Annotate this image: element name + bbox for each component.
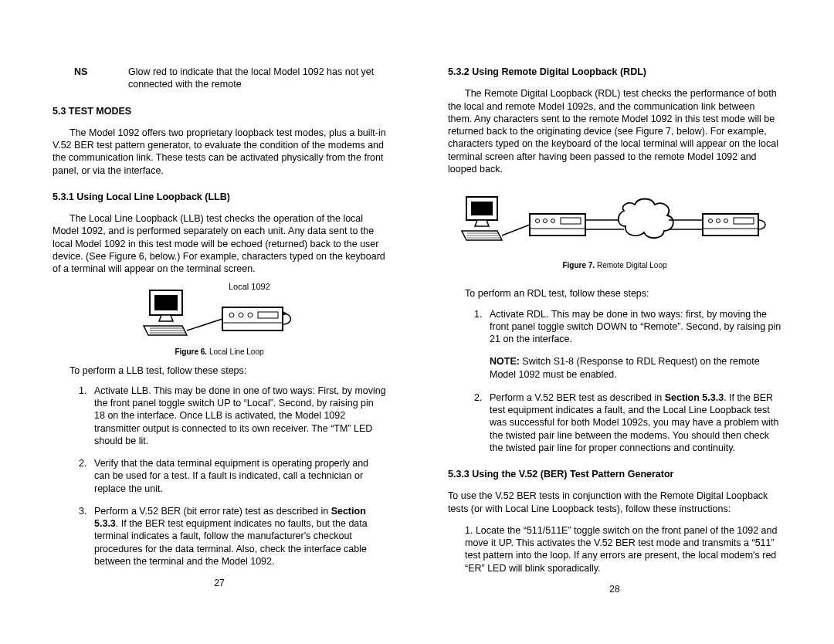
list-item: Perform a V.52 BER (bit error rate) test… — [90, 505, 386, 568]
figure-6-caption: Figure 6. Local Line Loop — [53, 347, 386, 357]
svg-rect-14 — [471, 202, 493, 215]
list-item: Activate LLB. This may be done in one of… — [90, 385, 386, 447]
list-item: Verify that the data terminal equipment … — [90, 457, 386, 495]
page-number-right: 28 — [448, 584, 781, 596]
figure-7-caption-bold: Figure 7. — [562, 261, 595, 269]
svg-line-18 — [502, 225, 530, 236]
page-number-left: 27 — [53, 578, 386, 590]
sec-5-3-heading: 5.3 TEST MODES — [53, 105, 386, 117]
left-page: NS Glow red to indicate that the local M… — [53, 66, 386, 595]
list-item: Activate RDL. This may be done in two wa… — [485, 308, 781, 346]
ns-text: Glow red to indicate that the local Mode… — [128, 66, 386, 91]
svg-rect-6 — [222, 307, 283, 330]
figure-7: Figure 7. Remote Digital Loop — [448, 192, 781, 270]
page-spread: NS Glow red to indicate that the local M… — [0, 0, 834, 611]
rdl-steps-intro: To perform an RDL test, follow these ste… — [465, 287, 781, 300]
step3-c: . If the BER test equipment indicates no… — [94, 518, 368, 567]
ns-row: NS Glow red to indicate that the local M… — [53, 66, 386, 91]
step2-b: Section 5.3.3 — [665, 392, 724, 403]
remote-loop-icon — [460, 192, 769, 254]
figure-6-caption-bold: Figure 6. — [175, 347, 207, 356]
figure-7-caption-rest: Remote Digital Loop — [595, 261, 666, 269]
svg-marker-12 — [283, 311, 287, 316]
step2-a: Perform a V.52 BER test as described in — [490, 392, 665, 403]
list-item: Perform a V.52 BER test as described in … — [485, 391, 781, 454]
svg-rect-29 — [703, 214, 758, 236]
svg-line-5 — [187, 319, 222, 330]
llb-steps-list: Activate LLB. This may be done in one of… — [73, 385, 386, 568]
local-loop-icon — [142, 284, 297, 340]
sec-5-3-3-para: To use the V.52 BER tests in conjunction… — [448, 490, 781, 515]
figure-7-caption: Figure 7. Remote Digital Loop — [448, 260, 781, 270]
sec-5-3-3-heading: 5.3.3 Using the V.52 (BER) Test Pattern … — [448, 468, 781, 480]
svg-rect-19 — [530, 214, 585, 236]
llb-steps-intro: To perform a LLB test, follow these step… — [70, 364, 386, 377]
sec-5-3-2-para: The Remote Digital Loopback (RDL) test c… — [448, 87, 781, 175]
rdl-steps-list-2: Perform a V.52 BER test as described in … — [468, 391, 781, 454]
sec-5-3-para: The Model 1092 offers two proprietary lo… — [53, 127, 386, 177]
step3-a: Perform a V.52 BER (bit error rate) test… — [94, 506, 331, 517]
sec-5-3-3-step1: 1. Locate the “511/511E” toggle switch o… — [465, 524, 781, 575]
rdl-note: NOTE: Switch S1-8 (Response to RDL Reque… — [490, 355, 781, 381]
svg-rect-1 — [154, 295, 178, 310]
sec-5-3-2-heading: 5.3.2 Using Remote Digital Loopback (RDL… — [448, 66, 781, 78]
note-bold: NOTE: — [490, 356, 520, 367]
rdl-steps-list: Activate RDL. This may be done in two wa… — [468, 308, 781, 346]
figure-6-caption-rest: Local Line Loop — [207, 347, 263, 356]
sec-5-3-1-heading: 5.3.1 Using Local Line Loopback (LLB) — [53, 191, 386, 203]
figure-6-label: Local 1092 — [229, 281, 270, 292]
figure-6: Local 1092 — [53, 284, 386, 356]
right-page: 5.3.2 Using Remote Digital Loopback (RDL… — [448, 66, 781, 595]
sec-5-3-1-para: The Local Line Loopback (LLB) test check… — [53, 212, 386, 275]
note-rest: Switch S1-8 (Response to RDL Request) on… — [490, 356, 760, 379]
ns-label: NS — [53, 66, 128, 91]
